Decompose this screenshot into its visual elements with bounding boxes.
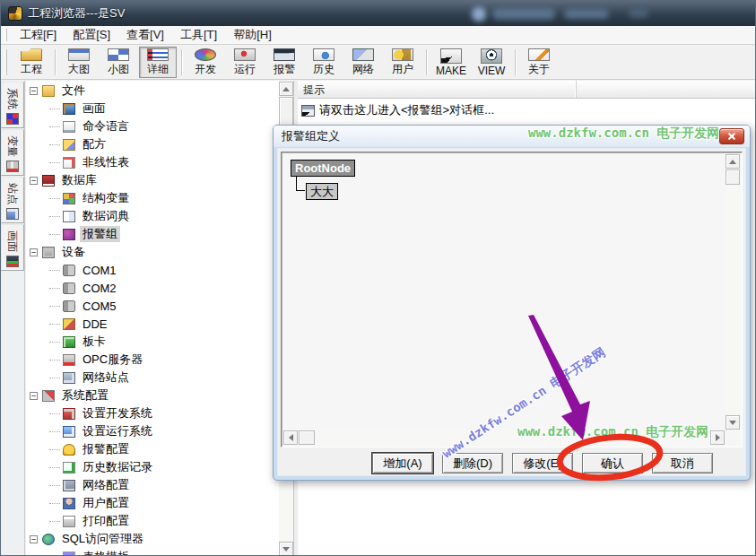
- toolbar-button-small-icons[interactable]: 小图: [100, 47, 137, 78]
- menu-item-view[interactable]: 查看[V]: [118, 25, 172, 45]
- toolbar-separator: [181, 49, 182, 75]
- tree-item-opc-server[interactable]: OPC服务器: [26, 351, 278, 369]
- toolbar-separator: [515, 49, 516, 75]
- dialog-scroll-down-button[interactable]: [726, 415, 740, 430]
- tree-item-dev-system-setting[interactable]: 设置开发系统: [26, 404, 278, 422]
- tree-item-file[interactable]: −文件: [26, 82, 278, 100]
- dialog-titlebar[interactable]: 报警组定义: [274, 126, 750, 147]
- tab-screen[interactable]: 画面: [1, 224, 24, 271]
- expand-toggle-icon[interactable]: −: [30, 392, 38, 400]
- tree-item-data-dictionary[interactable]: 数据词典: [26, 207, 278, 225]
- tree-item-com2[interactable]: COM2: [26, 279, 278, 297]
- tree-item-nonlinear-table[interactable]: 非线性表: [26, 153, 278, 171]
- tree-node-child[interactable]: 大大: [306, 183, 338, 200]
- tree-item-user-config[interactable]: 用户配置: [26, 494, 278, 512]
- cancel-button[interactable]: 取消: [652, 453, 713, 473]
- menu-item-help[interactable]: 帮助[H]: [225, 25, 280, 45]
- column-header-tip[interactable]: 提示: [298, 81, 577, 98]
- tree-connector: [49, 144, 60, 145]
- menu-item-config[interactable]: 配置[S]: [65, 25, 118, 45]
- tree-scroll-down-button[interactable]: [279, 542, 293, 556]
- toolbar-button-user[interactable]: 用户: [384, 47, 421, 78]
- tab-variable[interactable]: 变量: [1, 129, 24, 176]
- netstation-icon: [63, 372, 75, 384]
- tree-item-command-language[interactable]: 命令语言: [26, 117, 278, 135]
- tree-item-run-system-setting[interactable]: 设置运行系统: [26, 422, 278, 440]
- toolbar-label-alarm: 报警: [274, 62, 295, 77]
- toolbar-button-develop[interactable]: 开发: [187, 47, 224, 78]
- tree-item-alarm-config[interactable]: 报警配置: [26, 440, 278, 458]
- network-icon: [352, 48, 374, 61]
- tree-item-database[interactable]: −数据库: [26, 171, 278, 189]
- tree-item-dde[interactable]: DDE: [26, 315, 278, 333]
- tree-item-alarm-group[interactable]: 报警组: [26, 225, 278, 243]
- toolbar-button-project[interactable]: 工程: [13, 47, 50, 78]
- nonlinear-icon: [63, 157, 75, 169]
- tree-item-com5[interactable]: COM5: [26, 297, 278, 315]
- column-header-empty[interactable]: [577, 81, 756, 98]
- tab-label-screen: 画面: [0, 235, 25, 248]
- confirm-button[interactable]: 确认: [582, 453, 643, 473]
- dialog-vscroll-thumb[interactable]: [726, 169, 740, 185]
- dialog-scroll-up-button[interactable]: [726, 154, 740, 169]
- toolbar-button-alarm[interactable]: 报警: [265, 47, 303, 78]
- expand-toggle-icon[interactable]: −: [30, 87, 38, 95]
- tab-system[interactable]: 系统: [1, 82, 24, 128]
- tree-item-system-config[interactable]: −系统配置: [26, 387, 278, 404]
- toolbar-button-run[interactable]: 运行: [226, 47, 264, 78]
- alarmgroup-icon: [63, 229, 75, 240]
- menu-item-tools[interactable]: 工具[T]: [172, 25, 225, 45]
- add-button[interactable]: 增加(A): [372, 453, 433, 473]
- modify-button[interactable]: 修改(E): [512, 453, 573, 473]
- tree-item-label: 报警配置: [80, 441, 132, 457]
- expand-toggle-icon[interactable]: −: [30, 248, 38, 256]
- tree-item-history-record[interactable]: 历史数据记录: [26, 458, 278, 476]
- tree-item-print-config[interactable]: 打印配置: [26, 512, 278, 530]
- folder-icon: [42, 85, 55, 97]
- delete-button[interactable]: 删除(D): [442, 453, 503, 473]
- tree-item-network-config[interactable]: 网络配置: [26, 476, 278, 494]
- tree-item-screen[interactable]: 画面: [26, 100, 278, 117]
- toolbar-grip[interactable]: [4, 49, 7, 76]
- tree-item-label: 历史数据记录: [80, 459, 155, 475]
- window-titlebar[interactable]: 工程浏览器---是SV: [1, 1, 756, 26]
- tab-station[interactable]: 站点: [1, 177, 24, 223]
- toolbar-button-make[interactable]: MAKE: [431, 47, 471, 78]
- tree-item-device[interactable]: −设备: [26, 243, 278, 261]
- menu-item-project[interactable]: 工程[F]: [12, 25, 65, 45]
- tree-item-label: 网络配置: [80, 477, 132, 493]
- menubar-grip[interactable]: [4, 29, 7, 41]
- tree-item-struct-variable[interactable]: 结构变量: [26, 189, 278, 207]
- dialog-hscroll-track[interactable]: [283, 430, 725, 445]
- tree-node-rootnode[interactable]: RootNode: [291, 160, 355, 177]
- tree-item-network-station[interactable]: 网络站点: [26, 369, 278, 387]
- dialog-scroll-left-button[interactable]: [283, 430, 298, 445]
- toolbar-button-network[interactable]: 网络: [344, 47, 382, 78]
- toolbar-button-large-icons[interactable]: 大图: [60, 47, 98, 78]
- script-icon: [63, 121, 75, 133]
- tree-item-sql-access-manager[interactable]: −SQL访问管理器: [26, 530, 278, 548]
- dialog-scroll-right-button[interactable]: [710, 430, 725, 445]
- tree-connector: [49, 342, 60, 343]
- tree-item-com1[interactable]: COM1: [26, 261, 278, 279]
- dialog-hscroll-thumb[interactable]: [299, 430, 315, 445]
- tree-item-label: 系统配置: [59, 387, 111, 404]
- tree-item-table-template[interactable]: 表格模板: [26, 548, 278, 556]
- toolbar-button-view[interactable]: VIEW: [473, 47, 510, 78]
- expand-toggle-icon[interactable]: −: [30, 535, 38, 543]
- toolbar-button-history[interactable]: 历史: [305, 47, 343, 78]
- toolbar-button-details[interactable]: 详细: [139, 47, 177, 78]
- alarmcfg-icon: [63, 444, 75, 456]
- toolbar-button-about[interactable]: 关于: [520, 47, 558, 78]
- tip-list-item[interactable]: 请双击这儿进入<报警组>对话框...: [298, 99, 756, 122]
- large-icons-icon: [68, 48, 90, 61]
- com-icon: [63, 265, 75, 276]
- dialog-vscroll-track[interactable]: [726, 154, 740, 430]
- expand-toggle-icon[interactable]: −: [30, 177, 38, 185]
- small-icons-icon: [108, 48, 129, 61]
- close-icon[interactable]: [719, 128, 744, 144]
- tree-item-board[interactable]: 板卡: [26, 333, 278, 351]
- tree-connector: [296, 177, 305, 191]
- tree-item-recipe[interactable]: 配方: [26, 135, 278, 153]
- tree-scroll-up-button[interactable]: [279, 82, 293, 96]
